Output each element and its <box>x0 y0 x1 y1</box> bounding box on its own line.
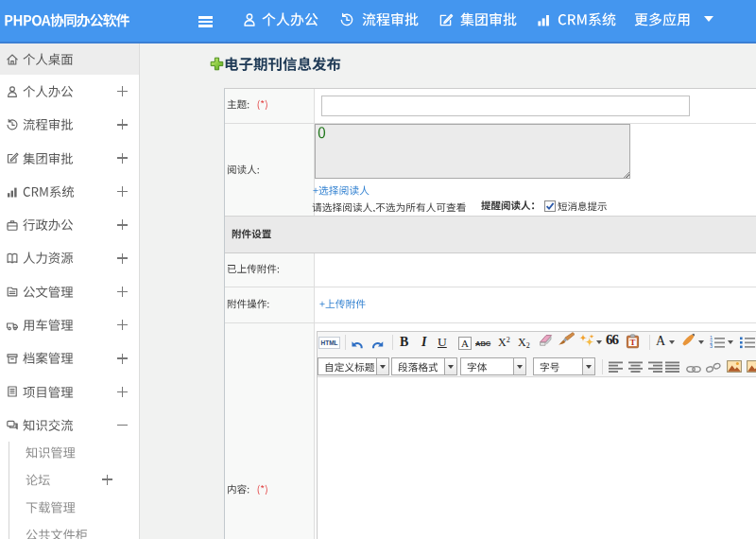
svg-text:3: 3 <box>710 343 713 349</box>
svg-text:T: T <box>629 338 635 347</box>
